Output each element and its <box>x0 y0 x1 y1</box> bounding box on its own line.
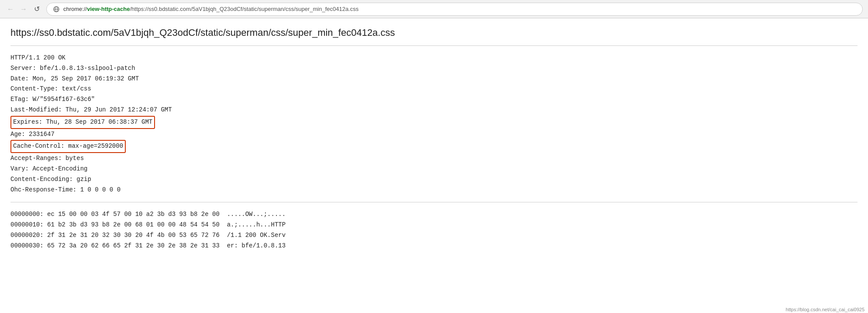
header-line: Server: bfe/1.0.8.13-sslpool-patch <box>10 63 858 74</box>
header-line-highlighted: Cache-Control: max-age=2592000 <box>10 140 126 153</box>
back-button[interactable]: ← <box>5 4 16 14</box>
hex-divider <box>10 202 858 202</box>
address-text: chrome://view-http-cache/https://ss0.bds… <box>63 6 358 12</box>
security-icon <box>53 6 60 13</box>
header-line: Vary: Accept-Encoding <box>10 164 858 174</box>
hex-line: 00000020: 2f 31 2e 31 20 32 30 30 20 4f … <box>10 230 858 241</box>
hex-line: 00000030: 65 72 3a 20 62 66 65 2f 31 2e … <box>10 241 858 251</box>
header-line: Content-Encoding: gzip <box>10 174 858 185</box>
header-divider <box>10 45 858 46</box>
header-line: Content-Type: text/css <box>10 84 858 94</box>
header-line: ETag: W/"5954f167-63c6" <box>10 94 858 105</box>
page-title: https://ss0.bdstatic.com/5aV1bjqh_Q23odC… <box>10 27 858 38</box>
http-headers-section: HTTP/1.1 200 OKServer: bfe/1.0.8.13-sslp… <box>10 53 858 195</box>
header-line-highlighted: Expires: Thu, 28 Sep 2017 06:38:37 GMT <box>10 116 155 129</box>
address-bar[interactable]: chrome://view-http-cache/https://ss0.bds… <box>46 3 863 16</box>
address-host: view-http-cache <box>87 6 130 12</box>
reload-button[interactable]: ↺ <box>31 4 42 14</box>
status-bar: https://blog.csdn.net/cai_cai_cai0925 <box>782 306 868 313</box>
hex-dump-section: 00000000: ec 15 00 00 03 4f 57 00 10 a2 … <box>10 209 858 251</box>
page-content: https://ss0.bdstatic.com/5aV1bjqh_Q23odC… <box>0 18 868 313</box>
header-line: Ohc-Response-Time: 1 0 0 0 0 0 <box>10 185 858 195</box>
browser-toolbar: ← → ↺ chrome://view-http-cache/https://s… <box>0 0 868 18</box>
header-line: Age: 2331647 <box>10 129 858 140</box>
hex-line: 00000010: 61 b2 3b d3 93 b8 2e 00 68 01 … <box>10 220 858 230</box>
header-line: Date: Mon, 25 Sep 2017 06:19:32 GMT <box>10 74 858 84</box>
header-line: Last-Modified: Thu, 29 Jun 2017 12:24:07… <box>10 105 858 115</box>
header-line: HTTP/1.1 200 OK <box>10 53 858 63</box>
address-scheme: chrome:// <box>63 6 87 12</box>
forward-button[interactable]: → <box>18 4 29 14</box>
hex-line: 00000000: ec 15 00 00 03 4f 57 00 10 a2 … <box>10 209 858 220</box>
address-path: /https://ss0.bdstatic.com/5aV1bjqh_Q23od… <box>130 6 358 12</box>
nav-buttons: ← → ↺ <box>5 4 42 14</box>
header-line: Accept-Ranges: bytes <box>10 153 858 164</box>
